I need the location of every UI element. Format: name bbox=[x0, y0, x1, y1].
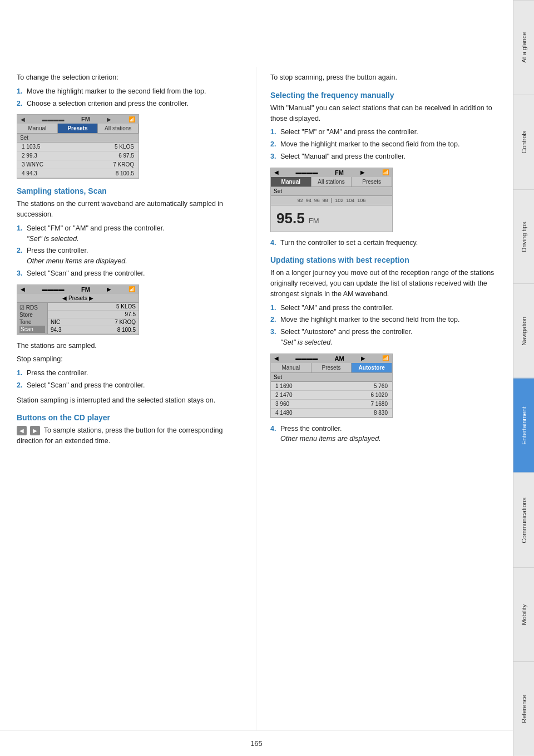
list-item: 4. Press the controller. Other menu item… bbox=[270, 424, 502, 445]
arrow-right: ▶ bbox=[361, 355, 365, 361]
sidebar: At a glance Controls Driving tips Naviga… bbox=[513, 0, 534, 756]
step-text: Move the highlight marker to the second … bbox=[280, 316, 459, 323]
step-text: Select "Scan" and press the controller. bbox=[27, 269, 145, 277]
station-left: 3 WNYC bbox=[22, 161, 43, 168]
step-text: Select "Scan" and press the controller. bbox=[27, 381, 145, 389]
station-right: 6 97.5 bbox=[118, 153, 134, 159]
fm-label: FM bbox=[335, 169, 344, 176]
list-item: 4. Turn the controller to set a certain … bbox=[270, 238, 502, 248]
page-number: 165 bbox=[0, 730, 513, 756]
sidebar-tab-driving-tips[interactable]: Driving tips bbox=[513, 189, 534, 284]
arrow-left: ◀ bbox=[274, 355, 279, 361]
tab-row: Manual Presets Autostore bbox=[271, 363, 392, 373]
tab-manual[interactable]: Manual bbox=[17, 124, 58, 133]
tab-all-stations[interactable]: All stations bbox=[312, 177, 352, 186]
station-right: 5 KLOS bbox=[115, 144, 134, 150]
presets-bar: ◀ Presets ▶ bbox=[17, 294, 139, 303]
step-text: Turn the controller to set a certain fre… bbox=[280, 239, 418, 247]
step-text: Select "AM" and press the controller. bbox=[280, 304, 393, 312]
list-item: 1. Press the controller. bbox=[17, 368, 245, 379]
station-row: NIC7 KROQ bbox=[48, 318, 139, 326]
station-row: 3 WNYC 7 KROQ bbox=[17, 160, 139, 169]
tab-presets[interactable]: Presets bbox=[58, 124, 98, 133]
sidebar-tab-communications[interactable]: Communications bbox=[513, 473, 534, 567]
cd-buttons-text: ◀ ▶ To sample stations, press the button… bbox=[17, 425, 245, 446]
station-row: 1 103.5 5 KLOS bbox=[17, 143, 139, 151]
step-text: Select "Manual" and press the controller… bbox=[280, 153, 406, 160]
signal-icon: 📶 bbox=[128, 286, 135, 292]
list-item: 3. Select "Autostore" and press the cont… bbox=[270, 327, 502, 348]
bar-icon: ▬▬▬▬ bbox=[296, 169, 318, 175]
tab-presets[interactable]: Presets bbox=[352, 177, 392, 186]
station-right: 8 830 bbox=[374, 410, 388, 416]
step-text: Press the controller. Other menu items a… bbox=[280, 425, 381, 443]
menu-right: 5 KLOS 97.5 NIC7 KROQ 94.38 100.5 bbox=[48, 303, 139, 334]
list-item: 2. Move the highlight marker to the seco… bbox=[270, 139, 502, 150]
station-row: 5 KLOS bbox=[48, 303, 139, 311]
tab-presets[interactable]: Presets bbox=[312, 363, 352, 372]
screen-top-bar: ◀ ▬▬▬▬ FM ▶ 📶 bbox=[271, 168, 392, 177]
sidebar-tab-navigation[interactable]: Navigation bbox=[513, 283, 534, 378]
station-row: 2 99.3 6 97.5 bbox=[17, 151, 139, 160]
top-space bbox=[0, 0, 513, 67]
stop-heading: Stop sampling: bbox=[17, 354, 245, 365]
tab-autostore[interactable]: Autostore bbox=[352, 363, 392, 372]
sidebar-tab-mobility[interactable]: Mobility bbox=[513, 567, 534, 662]
arrow-left: ◀ bbox=[21, 116, 25, 122]
station-left: 2 1470 bbox=[275, 392, 293, 398]
stop-steps: 1. Press the controller. 2. Select "Scan… bbox=[17, 368, 245, 391]
list-item: 2. Press the controller. Other menu item… bbox=[17, 246, 245, 267]
freq-intro: With "Manual" you can select stations th… bbox=[270, 103, 502, 124]
steps-list-2: 1. Select "FM" or "AM" and press the con… bbox=[17, 223, 245, 279]
station-right: 7 KROQ bbox=[113, 161, 134, 168]
screen-top-bar: ◀ ▬▬▬▬ FM ▶ 📶 bbox=[17, 115, 139, 124]
menu-item-tone: Tone bbox=[19, 318, 45, 326]
sub-text: Other menu items are displayed. bbox=[280, 435, 381, 443]
bar-icon: ▬▬▬▬ bbox=[42, 286, 65, 292]
sampling-heading: Sampling stations, Scan bbox=[17, 186, 245, 195]
screen-top-bar: ◀ ▬▬▬▬ FM ▶ 📶 bbox=[17, 285, 139, 294]
update-intro: If on a longer journey you move out of t… bbox=[270, 268, 502, 299]
stop-note: Station sampling is interrupted and the … bbox=[17, 395, 245, 406]
station-left: 3 960 bbox=[275, 401, 289, 407]
station-row: 2 1470 6 1020 bbox=[271, 391, 392, 400]
sidebar-tab-controls[interactable]: Controls bbox=[513, 95, 534, 189]
list-item: 2. Choose a selection criterion and pres… bbox=[17, 99, 245, 109]
fm-label: FM bbox=[81, 116, 90, 122]
station-row: 97.5 bbox=[48, 311, 139, 318]
list-item: 1. Select "FM" or "AM" and press the con… bbox=[17, 223, 245, 244]
steps-list-1: 1. Move the highlight marker to the seco… bbox=[17, 86, 245, 109]
tab-row: Manual All stations Presets bbox=[271, 177, 392, 187]
sub-text: "Set" is selected. bbox=[280, 338, 333, 346]
tab-all-stations[interactable]: All stations bbox=[98, 124, 139, 133]
am-label: AM bbox=[334, 355, 344, 362]
step-text: Choose a selection criterion and press t… bbox=[27, 100, 189, 107]
sidebar-tab-at-a-glance[interactable]: At a glance bbox=[513, 0, 534, 95]
freq-heading: Selecting the frequency manually bbox=[270, 91, 502, 100]
step4-list: 4. Turn the controller to set a certain … bbox=[270, 238, 502, 248]
signal-icon: 📶 bbox=[382, 169, 389, 175]
list-item: 2. Select "Scan" and press the controlle… bbox=[17, 380, 245, 391]
station-row: 94.38 100.5 bbox=[48, 326, 139, 334]
menu-item-rds: ☑ RDS bbox=[19, 304, 45, 311]
menu-item-scan: Scan bbox=[19, 326, 45, 333]
big-frequency: 95.5 FM bbox=[271, 205, 392, 232]
station-row: 4 1480 8 830 bbox=[271, 409, 392, 418]
freq-bar: 92 94 96 98 | 102 104 106 bbox=[271, 196, 392, 205]
sidebar-tab-reference[interactable]: Reference bbox=[513, 661, 534, 756]
sidebar-tab-entertainment[interactable]: Entertainment bbox=[513, 378, 534, 473]
update-heading: Updating stations with best reception bbox=[270, 256, 502, 264]
station-row: 1 1690 5 760 bbox=[271, 382, 392, 391]
screen-top-bar: ◀ ▬▬▬▬ AM ▶ 📶 bbox=[271, 354, 392, 363]
station-right: 8 100.5 bbox=[116, 170, 134, 176]
sampling-text: The stations on the current waveband are… bbox=[17, 199, 245, 220]
tab-manual[interactable]: Manual bbox=[271, 363, 312, 372]
intro-text: To change the selection criterion: bbox=[17, 72, 245, 83]
stop-scan-text: To stop scanning, press the button again… bbox=[270, 72, 502, 83]
station-left: 1 103.5 bbox=[22, 144, 40, 150]
sampled-text: The stations are sampled. bbox=[17, 341, 245, 351]
step-text: Select "FM" or "AM" and press the contro… bbox=[280, 128, 418, 136]
list-item: 1. Select "FM" or "AM" and press the con… bbox=[270, 127, 502, 138]
signal-icon: 📶 bbox=[128, 116, 135, 122]
tab-manual[interactable]: Manual bbox=[271, 177, 312, 186]
